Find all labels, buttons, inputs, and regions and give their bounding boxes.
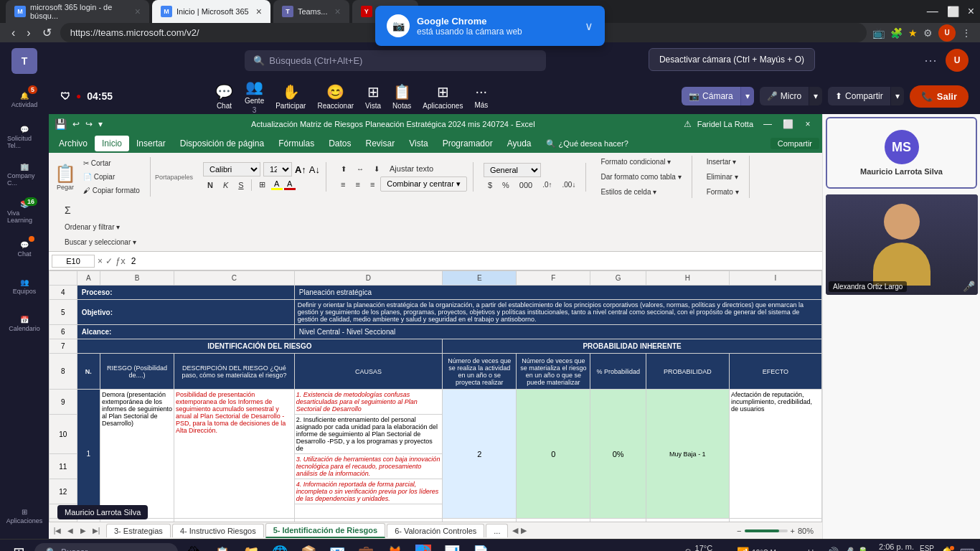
- bold-button[interactable]: N: [203, 179, 217, 192]
- mas-button[interactable]: ··· Más: [474, 83, 488, 109]
- menu-formulas[interactable]: Fórmulas: [271, 136, 321, 151]
- menu-icon[interactable]: ⋮: [961, 27, 971, 39]
- left-arrow[interactable]: ◀: [512, 526, 518, 535]
- sheet-prev-button[interactable]: ◀: [65, 525, 76, 537]
- number-format-select[interactable]: General: [484, 163, 541, 177]
- profile-icon[interactable]: ⚙: [923, 27, 933, 39]
- close-button[interactable]: ×: [968, 5, 974, 18]
- mic-tray-icon[interactable]: 🎤: [842, 547, 854, 551]
- browser-tab-1[interactable]: M microsoft 365 login - de búsqu... ×: [6, 0, 149, 23]
- language-indicator[interactable]: ESP LAA: [920, 545, 934, 551]
- sidebar-item-calendario[interactable]: 📅 Calendario: [7, 306, 42, 341]
- objetivo-cell[interactable]: Objetivo:: [77, 300, 294, 325]
- share-ribbon-btn[interactable]: Compartir: [771, 138, 819, 149]
- font-increase-icon[interactable]: A↑: [295, 164, 306, 175]
- font-size-select[interactable]: 12: [263, 162, 292, 176]
- sidebar-item-chat[interactable]: 💬 Chat: [7, 232, 42, 266]
- user-avatar[interactable]: U: [938, 24, 956, 42]
- find-select-button[interactable]: Buscar y seleccionar ▾: [60, 236, 141, 248]
- header-user-avatar[interactable]: U: [946, 49, 969, 72]
- align-center-button[interactable]: ≡: [351, 176, 364, 192]
- start-button[interactable]: ⊞: [6, 540, 32, 551]
- format-painter-button[interactable]: 🖌 Copiar formato: [79, 184, 144, 197]
- excel-maximize[interactable]: ⬜: [779, 117, 796, 131]
- share-toggle-button[interactable]: ⬆ Compartir: [828, 87, 890, 105]
- tab3-close[interactable]: ×: [334, 6, 340, 17]
- chat-button[interactable]: 💬 Chat: [215, 83, 233, 110]
- extensions-icon[interactable]: 🧩: [890, 27, 903, 39]
- camera-dropdown[interactable]: ▾: [740, 87, 754, 105]
- excel-quick-access[interactable]: ▾: [98, 119, 103, 129]
- sheet-first-button[interactable]: |◀: [52, 525, 63, 537]
- settings-icon[interactable]: ⋯: [924, 52, 937, 68]
- tab-6-valoracion[interactable]: 6- Valoración Controles: [387, 524, 484, 537]
- align-left-button[interactable]: ≡: [336, 176, 349, 192]
- taskbar-chrome[interactable]: 🌐: [410, 540, 436, 551]
- menu-datos[interactable]: Datos: [321, 136, 358, 151]
- col-I[interactable]: I: [729, 271, 821, 286]
- prob-pct-cell[interactable]: 0%: [590, 390, 646, 519]
- col-A[interactable]: A: [77, 271, 100, 286]
- forward-button[interactable]: ›: [24, 24, 33, 42]
- cell-reference[interactable]: [52, 255, 95, 268]
- causa4-cell[interactable]: 4. Información reportada de forma parcia…: [294, 479, 442, 504]
- teams-logo[interactable]: T: [11, 48, 37, 74]
- italic-button[interactable]: K: [219, 179, 232, 192]
- menu-ayuda[interactable]: Ayuda: [500, 136, 539, 151]
- weather-widget[interactable]: 🌤 17°C Ventoso: [684, 544, 724, 551]
- cut-button[interactable]: ✂ Cortar: [79, 157, 144, 169]
- formula-cancel-icon[interactable]: ×: [98, 256, 103, 266]
- network-icon[interactable]: 📶: [737, 547, 749, 551]
- tab-5-identificacion[interactable]: 5- Identificación de Riesgos: [265, 523, 385, 538]
- taskbar-task-view[interactable]: 📋: [209, 540, 235, 551]
- menu-programador[interactable]: Programador: [435, 136, 500, 151]
- efecto-cell[interactable]: Afectación de reputación, incumplimiento…: [729, 390, 821, 519]
- col-B[interactable]: B: [100, 271, 174, 286]
- tab2-close[interactable]: ×: [256, 6, 262, 17]
- teams-search-bar[interactable]: 🔍 Búsqueda (Ctrl+Alt+E): [245, 50, 546, 71]
- riesgo-cell[interactable]: Demora (presentación extemporánea de los…: [100, 390, 174, 519]
- sidebar-item-company[interactable]: 🏢 Company C...: [7, 157, 42, 192]
- speaker-icon[interactable]: 🔊: [826, 547, 839, 551]
- taskbar-teams-pinned[interactable]: 💼: [353, 540, 379, 551]
- excel-redo-icon[interactable]: ↪: [85, 119, 93, 129]
- nivel-cell[interactable]: Nivel Central - Nivel Seccional: [294, 325, 821, 339]
- taskbar-excel[interactable]: 📊: [439, 540, 465, 551]
- planeacion-cell[interactable]: Planeación estratégica: [294, 286, 821, 300]
- border-button[interactable]: ⊞: [255, 178, 270, 192]
- excel-save-icon[interactable]: 💾: [55, 118, 67, 130]
- underline-button[interactable]: S: [234, 179, 248, 192]
- fill-color-button[interactable]: A: [271, 179, 283, 190]
- tab-more[interactable]: ...: [486, 524, 508, 537]
- causa1-cell[interactable]: 1. Existencia de metodologías confusas d…: [294, 390, 442, 415]
- micro-toggle-button[interactable]: 🎤 Micro: [760, 87, 809, 105]
- back-button[interactable]: ‹: [9, 24, 18, 42]
- vista-button[interactable]: ⊞ Vista: [365, 83, 381, 110]
- formula-insert-icon[interactable]: ƒx: [116, 255, 126, 266]
- maximize-button[interactable]: ⬜: [947, 6, 959, 17]
- align-bottom-button[interactable]: ⬇: [369, 162, 384, 175]
- banner-expand[interactable]: ∨: [585, 19, 593, 33]
- taskbar-word[interactable]: 📄: [468, 540, 494, 551]
- bookmark-icon[interactable]: ★: [908, 27, 918, 39]
- zoom-slider[interactable]: [745, 529, 788, 532]
- format-table-button[interactable]: Dar formato como tabla ▾: [596, 171, 685, 183]
- sum-button[interactable]: Σ: [60, 202, 141, 218]
- font-select[interactable]: Calibri: [203, 162, 260, 176]
- sidebar-item-actividad[interactable]: 5 🔔 Actividad: [7, 83, 42, 117]
- col-C[interactable]: C: [174, 271, 295, 286]
- camera-toggle-button[interactable]: 📷 Cámara: [682, 87, 740, 105]
- tab-4-instructivo[interactable]: 4- Instructivo Riesgos: [172, 524, 264, 537]
- percent-button[interactable]: %: [498, 179, 514, 192]
- excel-minimize[interactable]: —: [759, 117, 776, 131]
- zoom-in-button[interactable]: +: [791, 527, 795, 535]
- menu-revisar[interactable]: Revisar: [359, 136, 402, 151]
- excel-undo-icon[interactable]: ↩: [72, 119, 80, 129]
- font-color-button[interactable]: A: [284, 179, 296, 190]
- notas-button[interactable]: 📋 Notas: [392, 83, 411, 110]
- desc-cell[interactable]: Posibilidad de presentación extemporanea…: [174, 390, 295, 519]
- merge-center-button[interactable]: Combinar y centrar ▾: [380, 176, 467, 192]
- format-cells-button[interactable]: Formato ▾: [702, 186, 743, 198]
- formula-enter-icon[interactable]: ✓: [105, 256, 113, 266]
- taskbar-search[interactable]: 🔍 Buscar: [34, 543, 178, 551]
